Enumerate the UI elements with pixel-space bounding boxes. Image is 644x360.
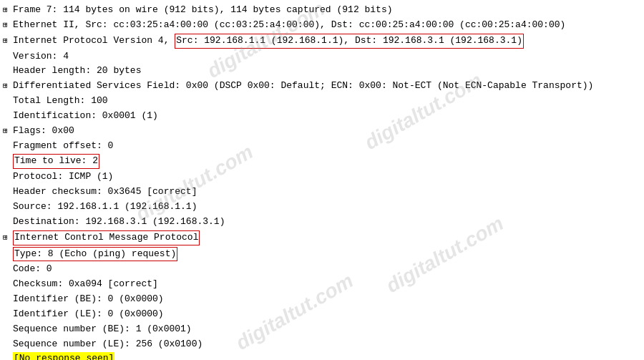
header-length-text: Header length: 20 bytes: [13, 64, 141, 78]
destination-text: Destination: 192.168.3.1 (192.168.3.1): [13, 215, 225, 229]
id-be-line: Identifier (BE): 0 (0x0000): [0, 292, 644, 307]
header-length-line: Header length: 20 bytes: [0, 64, 644, 79]
no-response-highlight: [No response seen]: [13, 352, 114, 360]
no-response-spacer: [3, 354, 13, 360]
id-be-spacer: [3, 294, 13, 306]
icmp-type-line: Type: 8 (Echo (ping) request): [0, 246, 644, 263]
ttl-highlight: Time to live: 2: [13, 154, 99, 169]
no-response-line: [No response seen]: [0, 351, 644, 360]
source-text: Source: 192.168.1.1 (192.168.1.1): [13, 200, 197, 214]
id-le-line: Identifier (LE): 0 (0x0000): [0, 307, 644, 322]
ethernet-line[interactable]: ⊞ Ethernet II, Src: cc:03:25:a4:00:00 (c…: [0, 18, 644, 33]
ipv4-expand-icon[interactable]: ⊞: [3, 36, 13, 47]
frame-expand-icon[interactable]: ⊞: [3, 5, 13, 16]
ttl-line: Time to live: 2: [0, 153, 644, 170]
fragment-offset-text: Fragment offset: 0: [13, 140, 113, 153]
seq-be-text: Sequence number (BE): 1 (0x0001): [13, 323, 192, 336]
fragment-offset-line: Fragment offset: 0: [0, 139, 644, 154]
version-line: Version: 4: [0, 49, 644, 64]
total-length-line: Total Length: 100: [0, 94, 644, 109]
ipv4-line[interactable]: ⊞ Internet Protocol Version 4, Src: 192.…: [0, 33, 644, 49]
frame-line[interactable]: ⊞ Frame 7: 114 bytes on wire (912 bits),…: [0, 3, 644, 18]
icmp-checksum-spacer: [3, 279, 13, 291]
flags-text: Flags: 0x00: [13, 125, 74, 138]
protocol-text: Protocol: ICMP (1): [13, 170, 113, 184]
frame-text: Frame 7: 114 bytes on wire (912 bits), 1…: [13, 4, 393, 17]
total-length-spacer: [3, 96, 13, 107]
ethernet-expand-icon[interactable]: ⊞: [3, 20, 13, 31]
version-text: Version: 4: [13, 50, 69, 64]
icmp-type-highlight: Type: 8 (Echo (ping) request): [13, 247, 177, 262]
id-be-text: Identifier (BE): 0 (0x0000): [13, 293, 164, 306]
seq-le-line: Sequence number (LE): 256 (0x0100): [0, 337, 644, 352]
id-le-spacer: [3, 309, 13, 321]
icmp-type-spacer: [3, 249, 13, 261]
protocol-line: Protocol: ICMP (1): [0, 170, 644, 185]
source-line: Source: 192.168.1.1 (192.168.1.1): [0, 200, 644, 215]
icmp-code-line: Code: 0: [0, 262, 644, 277]
icmp-checksum-text: Checksum: 0xa094 [correct]: [13, 278, 158, 291]
identification-line: Identification: 0x0001 (1): [0, 109, 644, 124]
seq-be-line: Sequence number (BE): 1 (0x0001): [0, 322, 644, 337]
ttl-spacer: [3, 156, 13, 167]
flags-line[interactable]: ⊞ Flags: 0x00: [0, 124, 644, 139]
dscp-line[interactable]: ⊞ Differentiated Services Field: 0x00 (D…: [0, 79, 644, 94]
header-length-spacer: [3, 66, 13, 77]
ipv4-text-before: Internet Protocol Version 4,: [13, 34, 175, 48]
dscp-expand-icon[interactable]: ⊞: [3, 81, 13, 92]
icmp-code-text: Code: 0: [13, 263, 52, 276]
icmp-section-line[interactable]: ⊞ Internet Control Message Protocol: [0, 230, 644, 246]
source-spacer: [3, 202, 13, 213]
hdr-checksum-spacer: [3, 187, 13, 198]
flags-expand-icon[interactable]: ⊞: [3, 126, 13, 137]
icmp-header-highlight: Internet Control Message Protocol: [13, 230, 200, 245]
icmp-checksum-line: Checksum: 0xa094 [correct]: [0, 277, 644, 292]
protocol-spacer: [3, 172, 13, 183]
hdr-checksum-line: Header checksum: 0x3645 [correct]: [0, 185, 644, 200]
destination-line: Destination: 192.168.3.1 (192.168.3.1): [0, 215, 644, 230]
destination-spacer: [3, 217, 13, 228]
icmp-expand-icon[interactable]: ⊞: [3, 233, 13, 244]
seq-le-spacer: [3, 339, 13, 351]
fragment-offset-spacer: [3, 141, 13, 152]
id-le-text: Identifier (LE): 0 (0x0000): [13, 308, 164, 321]
identification-spacer: [3, 111, 13, 122]
seq-le-text: Sequence number (LE): 256 (0x0100): [13, 338, 203, 351]
dscp-text: Differentiated Services Field: 0x00 (DSC…: [13, 79, 593, 93]
packet-detail-panel: digitaltut.com digitaltut.com digitaltut…: [0, 0, 644, 360]
hdr-checksum-text: Header checksum: 0x3645 [correct]: [13, 185, 197, 199]
ipv4-src-dst-highlight: Src: 192.168.1.1 (192.168.1.1), Dst: 192…: [175, 34, 524, 49]
version-spacer: [3, 52, 13, 63]
seq-be-spacer: [3, 324, 13, 336]
identification-text: Identification: 0x0001 (1): [13, 110, 158, 123]
total-length-text: Total Length: 100: [13, 94, 108, 108]
ethernet-text: Ethernet II, Src: cc:03:25:a4:00:00 (cc:…: [13, 19, 565, 32]
icmp-code-spacer: [3, 264, 13, 276]
